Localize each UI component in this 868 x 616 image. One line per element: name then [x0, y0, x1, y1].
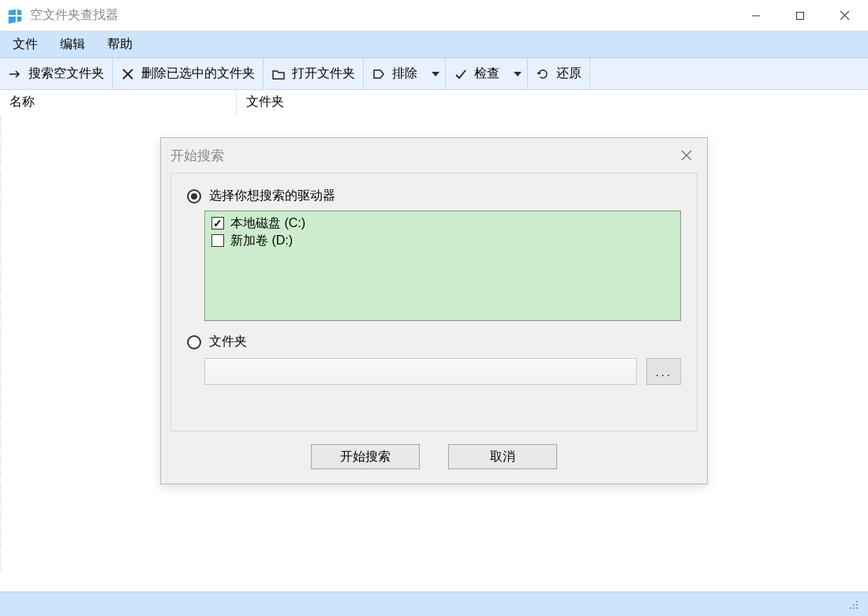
toolbar-restore-button[interactable]: 还原 [528, 58, 590, 89]
drive-list[interactable]: 本地磁盘 (C:) 新加卷 (D:) [204, 211, 681, 321]
tag-icon [372, 67, 386, 81]
dialog-title: 开始搜索 [170, 147, 224, 165]
dialog-buttons: 开始搜索 取消 [161, 444, 707, 483]
toolbar-restore-label: 还原 [556, 65, 582, 82]
column-name[interactable]: 名称 [0, 90, 237, 114]
chevron-down-icon [432, 72, 440, 77]
left-edge-decoration [0, 115, 2, 571]
check-icon [454, 67, 468, 81]
toolbar-exclude-label: 排除 [392, 65, 417, 82]
toolbar-delete-label: 删除已选中的文件夹 [141, 65, 255, 82]
menu-file[interactable]: 文件 [5, 33, 46, 56]
checkbox-drive-c[interactable] [211, 217, 224, 230]
dialog-titlebar: 开始搜索 [161, 138, 707, 173]
drive-d-label: 新加卷 (D:) [230, 232, 293, 249]
window-controls [734, 0, 866, 31]
svg-rect-1 [797, 12, 804, 19]
cancel-button[interactable]: 取消 [448, 444, 557, 469]
svg-point-11 [856, 607, 858, 609]
list-header: 名称 文件夹 [0, 90, 868, 115]
toolbar-check-dropdown[interactable] [507, 58, 528, 89]
app-icon [6, 7, 24, 24]
toolbar-check-button[interactable]: 检查 [446, 58, 507, 89]
drive-item-c[interactable]: 本地磁盘 (C:) [210, 215, 675, 232]
window-titlebar: 空文件夹查找器 [0, 0, 868, 32]
toolbar-search-label: 搜索空文件夹 [28, 65, 104, 82]
toolbar: 搜索空文件夹 删除已选中的文件夹 打开文件夹 排除 检查 还原 [0, 58, 868, 90]
toolbar-check-label: 检查 [474, 65, 499, 82]
menu-help[interactable]: 帮助 [99, 33, 140, 56]
svg-point-7 [853, 604, 855, 606]
checkbox-drive-d[interactable] [211, 234, 224, 247]
folder-icon [271, 67, 286, 81]
option-folder-row[interactable]: 文件夹 [187, 334, 681, 350]
radio-folder[interactable] [187, 335, 201, 349]
drive-c-label: 本地磁盘 (C:) [230, 215, 305, 232]
menu-edit[interactable]: 编辑 [52, 33, 93, 56]
dialog-body: 选择你想搜索的驱动器 本地磁盘 (C:) 新加卷 (D:) 文件夹 ... [170, 173, 698, 431]
svg-point-6 [856, 601, 858, 603]
window-title: 空文件夹查找器 [30, 7, 118, 24]
radio-drives[interactable] [187, 189, 201, 203]
folder-path-input[interactable] [204, 358, 637, 385]
drive-item-d[interactable]: 新加卷 (D:) [210, 232, 675, 249]
start-search-button[interactable]: 开始搜索 [311, 444, 420, 469]
menubar: 文件 编辑 帮助 [0, 32, 868, 58]
statusbar [0, 592, 868, 616]
column-folder[interactable]: 文件夹 [237, 90, 294, 114]
start-search-dialog: 开始搜索 选择你想搜索的驱动器 本地磁盘 (C:) 新加卷 (D:) 文件夹 .… [160, 137, 708, 484]
toolbar-search-button[interactable]: 搜索空文件夹 [0, 58, 113, 89]
option-drives-label: 选择你想搜索的驱动器 [209, 188, 335, 204]
arrow-right-icon [8, 67, 22, 81]
option-folder-label: 文件夹 [209, 334, 247, 350]
refresh-icon [536, 67, 550, 81]
svg-point-10 [853, 607, 855, 609]
svg-point-8 [856, 604, 858, 606]
dialog-close-button[interactable] [675, 144, 698, 166]
toolbar-exclude-button[interactable]: 排除 [364, 58, 425, 89]
x-icon [121, 67, 135, 81]
toolbar-exclude-dropdown[interactable] [425, 58, 446, 89]
chevron-down-icon [514, 72, 522, 77]
toolbar-open-button[interactable]: 打开文件夹 [264, 58, 364, 89]
folder-path-row: ... [204, 358, 681, 385]
browse-button[interactable]: ... [646, 358, 681, 385]
option-drives-row[interactable]: 选择你想搜索的驱动器 [187, 188, 681, 204]
close-button[interactable] [822, 0, 866, 31]
toolbar-open-label: 打开文件夹 [292, 65, 355, 82]
minimize-button[interactable] [734, 0, 778, 31]
toolbar-delete-button[interactable]: 删除已选中的文件夹 [113, 58, 264, 89]
svg-point-9 [850, 607, 851, 609]
maximize-button[interactable] [778, 0, 822, 31]
resize-grip-icon[interactable] [846, 597, 860, 611]
